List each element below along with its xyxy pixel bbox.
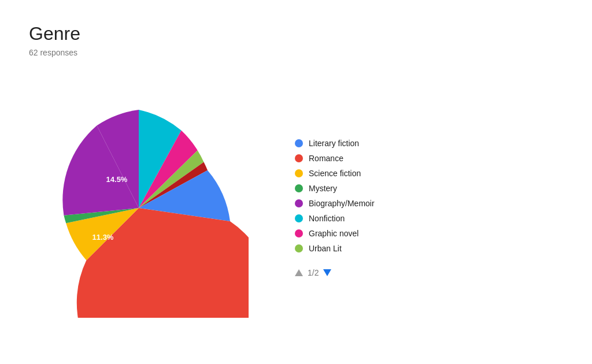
chart-legend: Literary fiction Romance Science fiction… bbox=[295, 139, 375, 277]
page-title: Genre bbox=[29, 23, 563, 44]
legend-item-biography: Biography/Memoir bbox=[295, 199, 375, 208]
biography-label: 14.5% bbox=[106, 175, 128, 184]
legend-label-urbanlit: Urban Lit bbox=[309, 244, 342, 253]
pie-svg: 43.5% 11.3% 14.5% bbox=[29, 98, 249, 318]
legend-dot-literary bbox=[295, 139, 303, 147]
legend-item-urbanlit: Urban Lit bbox=[295, 244, 375, 253]
response-count: 62 responses bbox=[29, 48, 563, 57]
pagination: 1/2 bbox=[295, 268, 375, 277]
legend-label-romance: Romance bbox=[309, 154, 343, 163]
legend-dot-urbanlit bbox=[295, 244, 303, 252]
legend-dot-nonfiction bbox=[295, 214, 303, 222]
legend-dot-graphicnovel bbox=[295, 229, 303, 237]
legend-label-mystery: Mystery bbox=[309, 184, 337, 193]
legend-item-graphicnovel: Graphic novel bbox=[295, 229, 375, 238]
legend-dot-mystery bbox=[295, 184, 303, 192]
legend-label-sciencefiction: Science fiction bbox=[309, 169, 361, 178]
legend-dot-sciencefiction bbox=[295, 169, 303, 177]
legend-item-mystery: Mystery bbox=[295, 184, 375, 193]
pagination-prev-button[interactable] bbox=[295, 269, 303, 276]
legend-item-nonfiction: Nonfiction bbox=[295, 214, 375, 223]
legend-item-sciencefiction: Science fiction bbox=[295, 169, 375, 178]
pagination-next-button[interactable] bbox=[323, 269, 331, 276]
legend-dot-romance bbox=[295, 154, 303, 162]
chart-area: 43.5% 11.3% 14.5% Literary fiction Roman… bbox=[29, 75, 563, 341]
legend-label-graphicnovel: Graphic novel bbox=[309, 229, 358, 238]
pagination-page: 1/2 bbox=[308, 268, 319, 277]
legend-item-literary: Literary fiction bbox=[295, 139, 375, 148]
legend-label-literary: Literary fiction bbox=[309, 139, 359, 148]
legend-dot-biography bbox=[295, 199, 303, 207]
pie-chart: 43.5% 11.3% 14.5% bbox=[29, 98, 249, 318]
legend-label-biography: Biography/Memoir bbox=[309, 199, 375, 208]
legend-item-romance: Romance bbox=[295, 154, 375, 163]
sciencefiction-label: 11.3% bbox=[92, 233, 114, 242]
legend-label-nonfiction: Nonfiction bbox=[309, 214, 345, 223]
